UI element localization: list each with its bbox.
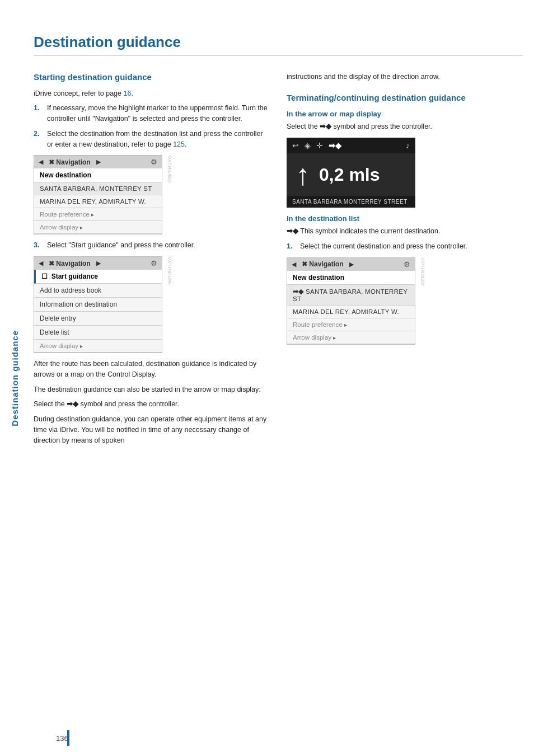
arrow-ui-header-icons: ↩ ◈ ✛ ➡◆ <box>292 141 341 150</box>
subheading-dest-list: In the destination list <box>287 214 523 223</box>
nav-row-info-dest: Information on destination <box>34 298 162 312</box>
subheading-arrow-map: In the arrow or map display <box>287 110 523 118</box>
distance-text: 0,2 mls <box>319 165 380 185</box>
music-icon: ♪ <box>406 141 410 150</box>
nav-ui-2: ◀ ✖ Navigation ▶ ⚙ ☐ Start guidance Add … <box>34 256 162 353</box>
nav-row-add-address: Add to address book <box>34 284 162 298</box>
nav-row-santa-barbara-3: ➡◆ SANTA BARBARA, MONTERREY ST <box>287 285 415 306</box>
steps-list: 1. If necessary, move the highlight mark… <box>34 103 270 149</box>
page-number: 136 <box>56 734 68 743</box>
nav-row-arrow-display-1: Arrow display <box>34 221 162 234</box>
dest-steps-list: 1. Select the current destination and pr… <box>287 241 523 252</box>
left-column: Starting destination guidance iDrive con… <box>34 72 270 450</box>
arrow-ui-footer: SANTA BARBARA MONTERREY STREET <box>287 196 415 208</box>
back-icon: ↩ <box>292 141 299 150</box>
nav-ui-1: ◀ ✖ Navigation ▶ ⚙ New destination SANTA… <box>34 155 162 234</box>
dest-arrow-icon: ➡◆ <box>329 141 341 150</box>
step-1: 1. If necessary, move the highlight mark… <box>34 103 270 124</box>
arrow-display-ui: ↩ ◈ ✛ ➡◆ ♪ ↑ 0,2 mls SANTA BARBARA MONTE… <box>287 138 415 208</box>
nav-row-new-dest-3: New destination <box>287 271 415 285</box>
nav-ui-3-header: ◀ ✖ Navigation ▶ ⚙ <box>287 258 415 271</box>
nav-row-arrow-display-3: Arrow display <box>287 331 415 344</box>
nav-row-delete-list: Delete list <box>34 326 162 340</box>
arrow-map-text: Select the ➡◆ symbol and press the contr… <box>287 121 523 132</box>
nav-ui-3-side-label: C07T14C0L236 <box>416 258 425 344</box>
after-route-text-3: Select the ➡◆ symbol and press the contr… <box>34 399 270 410</box>
cross-icon: ✛ <box>316 141 323 150</box>
page-number-bar <box>67 730 69 746</box>
right-column: instructions and the display of the dire… <box>287 72 523 450</box>
nav-row-santa-barbara-1: SANTA BARBARA, MONTERREY ST <box>34 182 162 195</box>
nav-ui-1-side-label: C07T143L0228 <box>163 156 172 234</box>
nav-row-route-pref-1: Route preference <box>34 208 162 221</box>
sidebar-text: Destination guidance <box>10 330 20 426</box>
nav-row-arrow-display-2: Arrow display <box>34 340 162 353</box>
nav-ui-2-side-label: C07T14B0L248 <box>163 257 172 353</box>
dest-step-1: 1. Select the current destination and pr… <box>287 241 523 252</box>
nav-ui-1-header: ◀ ✖ Navigation ▶ ⚙ <box>34 156 162 168</box>
dest-list-symbol-text: ➡◆ This symbol indicates the current des… <box>287 226 523 237</box>
page-title: Destination guidance <box>34 34 523 56</box>
sidebar-label: Destination guidance <box>0 0 29 756</box>
after-route-text-4: During destination guidance, you can ope… <box>34 414 270 445</box>
nav-row-new-dest-1: New destination <box>34 168 162 182</box>
step-2: 2. Select the destination from the desti… <box>34 129 270 150</box>
after-route-text-1: After the route has been calculated, des… <box>34 359 270 380</box>
step-3: 3. Select "Start guidance" and press the… <box>34 240 270 251</box>
nav-row-start-guidance: ☐ Start guidance <box>34 270 162 284</box>
two-column-layout: Starting destination guidance iDrive con… <box>34 72 523 450</box>
section1-heading: Starting destination guidance <box>34 72 270 83</box>
arrow-ui-body: ↑ 0,2 mls <box>287 153 415 196</box>
section2-heading: Terminating/continuing destination guida… <box>287 92 523 104</box>
continued-text: instructions and the display of the dire… <box>287 72 523 82</box>
nav-ui-2-header: ◀ ✖ Navigation ▶ ⚙ <box>34 257 162 270</box>
idrive-ref: iDrive concept, refer to page 16. <box>34 88 270 99</box>
nav-row-marina-1: MARINA DEL REY, ADMIRALTY W. <box>34 195 162 208</box>
after-route-text-2: The destination guidance can also be sta… <box>34 384 270 395</box>
sound-icon: ◈ <box>305 141 311 150</box>
nav-row-marina-3: MARINA DEL REY, ADMIRALTY W. <box>287 306 415 318</box>
nav-row-route-pref-3: Route preference <box>287 318 415 331</box>
arrow-ui-header: ↩ ◈ ✛ ➡◆ ♪ <box>287 138 415 153</box>
nav-row-delete-entry: Delete entry <box>34 312 162 326</box>
direction-arrow: ↑ <box>296 160 310 189</box>
nav-ui-3: ◀ ✖ Navigation ▶ ⚙ New destination ➡◆ SA… <box>287 257 415 345</box>
main-content: Destination guidance Starting destinatio… <box>34 0 523 472</box>
steps-list-2: 3. Select "Start guidance" and press the… <box>34 240 270 251</box>
